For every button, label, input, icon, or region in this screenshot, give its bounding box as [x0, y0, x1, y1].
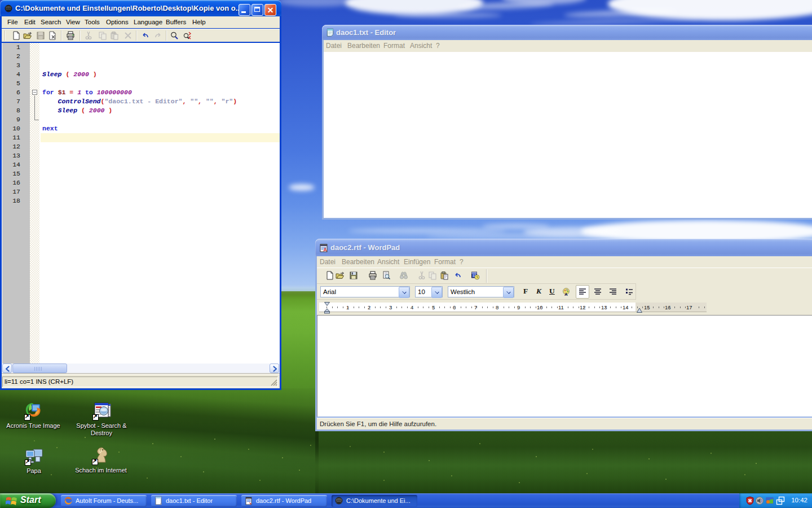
- svg-text:A: A: [564, 292, 568, 297]
